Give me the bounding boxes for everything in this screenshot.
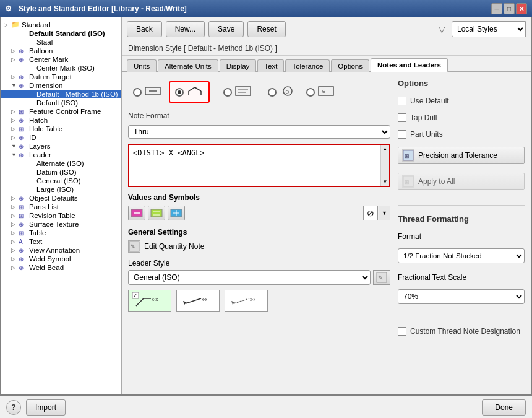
format-select[interactable]: 1/2 Fraction Not Stacked [398, 248, 525, 263]
tree-item-weld-bead[interactable]: ▷ ⊕ Weld Bead [1, 263, 121, 272]
symbol-btn-1[interactable] [128, 206, 145, 220]
precision-tolerance-button[interactable]: ⊞ Precision and Tolerance [398, 147, 525, 164]
reset-button[interactable]: Reset [247, 21, 285, 37]
tab-tolerance[interactable]: Tolerance [285, 59, 330, 72]
tree-item-revision-table[interactable]: ▷ ⊞ Revision Table [1, 211, 121, 220]
bottom-bar: ? Import Done [0, 396, 532, 418]
tree-item-layers[interactable]: ▼ ⊕ Layers [1, 142, 121, 150]
back-button[interactable]: Back [127, 21, 162, 37]
radio-option-3[interactable] [221, 82, 254, 102]
svg-text:✎: ✎ [131, 243, 135, 250]
tree-item-datum-iso[interactable]: Datum (ISO) [1, 168, 121, 176]
svg-rect-11 [319, 87, 333, 95]
right-panel: Back New... Save Reset ▽ Local Styles Di… [122, 17, 531, 394]
svg-line-2 [189, 87, 195, 91]
symbol-btn-2[interactable] [148, 206, 165, 220]
tree-item-table[interactable]: ▷ ⊞ Table [1, 229, 121, 237]
styles-select[interactable]: Local Styles [452, 21, 526, 37]
tree-item-surface-texture[interactable]: ▷ ⊕ Surface Texture [1, 220, 121, 229]
tab-text[interactable]: Text [257, 59, 284, 72]
use-default-label: Use Default [410, 97, 449, 105]
precision-tolerance-label: Precision and Tolerance [418, 151, 497, 160]
tree-item-hatch[interactable]: ▷ ⊕ Hatch [1, 116, 121, 124]
maximize-button[interactable]: □ [504, 3, 515, 14]
scroll-up-button[interactable]: ▲ [383, 145, 388, 153]
radio-option-1[interactable] [131, 82, 164, 102]
radio-option-4[interactable]: ⊙ [265, 82, 299, 102]
tab-notes-leaders[interactable]: Notes and Leaders [371, 58, 448, 72]
tree-item-balloon[interactable]: ▷ ⊕ Balloon [1, 46, 121, 55]
symbol-btn-3[interactable] [168, 206, 185, 220]
note-type-radio-group: ⊙ ⊕ [128, 79, 390, 105]
thread-section-label: Thread Formatting [398, 214, 525, 224]
tree-item-default-method[interactable]: Default - Method 1b (ISO) [1, 90, 121, 98]
tree-item-hole-table[interactable]: ▷ ⊞ Hole Table [1, 124, 121, 133]
tree-panel: ▷ 📁 Standard Default Standard (ISO) Staa… [1, 17, 122, 394]
tree-item-object-defaults[interactable]: ▷ ⊕ Object Defaults [1, 194, 121, 202]
svg-line-28 [186, 298, 201, 303]
tab-display[interactable]: Display [220, 59, 257, 72]
part-units-checkbox[interactable] [398, 130, 406, 139]
leader-opt-arrow-2[interactable]: x·x [225, 290, 268, 312]
note-format-label: Note Format [128, 111, 169, 120]
apply-to-all-button[interactable]: ⊞ Apply to All [398, 173, 525, 190]
frac-scale-select[interactable]: 70% [398, 289, 525, 304]
import-button[interactable]: Import [26, 399, 66, 416]
svg-line-31 [234, 298, 249, 303]
tree-item-weld-symbol[interactable]: ▷ ⊕ Weld Symbol [1, 255, 121, 263]
tree-item-id[interactable]: ▷ ⊕ ID [1, 133, 121, 142]
tree-item-leader[interactable]: ▼ ⊕ Leader [1, 150, 121, 159]
tree-item-view-annotation[interactable]: ▷ ⊕ View Annotation [1, 246, 121, 255]
help-button[interactable]: ? [6, 400, 21, 415]
values-symbols-label: Values and Symbols [128, 193, 390, 202]
tree-item-datum-target[interactable]: ▷ ⊕ Datum Target [1, 72, 121, 81]
minimize-button[interactable]: ─ [491, 3, 502, 14]
apply-icon: ⊞ [402, 175, 414, 188]
title-bar-icon: ⚙ [5, 4, 15, 14]
note-text-input[interactable]: <DIST1> X <ANGL> [129, 145, 380, 186]
tree-item-center-mark[interactable]: ▷ ⊕ Center Mark [1, 55, 121, 64]
note-format-select[interactable]: Thru [128, 125, 390, 139]
edit-qty-note-label: Edit Quantity Note [144, 242, 204, 251]
tree-item-default-iso[interactable]: Default (ISO) [1, 98, 121, 107]
use-default-checkbox[interactable] [398, 97, 406, 105]
custom-thread-label: Custom Thread Note Designation [410, 327, 520, 336]
save-button[interactable]: Save [208, 21, 244, 37]
new-button[interactable]: New... [166, 21, 205, 37]
leader-edit-button[interactable]: ✎ [373, 270, 390, 285]
tap-drill-checkbox[interactable] [398, 113, 406, 122]
done-button[interactable]: Done [482, 399, 526, 416]
tree-item-text[interactable]: ▷ A Text [1, 237, 121, 246]
symbol-dropdown-btn[interactable]: ▼ [379, 206, 390, 220]
leader-opt-arrow-1[interactable]: x·x [176, 290, 220, 312]
svg-text:⊞: ⊞ [405, 179, 410, 185]
leader-opt-checked[interactable]: x·x ✓ [128, 290, 171, 312]
tree-item-center-mark-iso[interactable]: Center Mark (ISO) [1, 64, 121, 72]
precision-icon: ⊞ [402, 149, 414, 162]
svg-rect-15 [151, 209, 162, 217]
tab-alternate-units[interactable]: Alternate Units [158, 59, 218, 72]
filter-icon: ▽ [439, 24, 445, 34]
format-label: Format [398, 232, 525, 241]
svg-line-3 [195, 87, 201, 91]
tree-item-default-standard[interactable]: Default Standard (ISO) [1, 29, 121, 38]
close-button[interactable]: ✕ [516, 3, 527, 14]
tree-item-parts-list[interactable]: ▷ ⊞ Parts List [1, 202, 121, 211]
radio-option-2[interactable] [169, 81, 210, 103]
svg-text:⊞: ⊞ [405, 153, 410, 159]
custom-thread-checkbox[interactable] [398, 327, 406, 336]
tree-item-feature-control[interactable]: ▷ ⊞ Feature Control Frame [1, 107, 121, 116]
radio-option-5[interactable]: ⊕ [304, 82, 337, 102]
scroll-down-button[interactable]: ▼ [383, 178, 388, 186]
tab-units[interactable]: Units [127, 59, 157, 72]
tree-item-staal[interactable]: Staal [1, 38, 121, 46]
leader-style-select[interactable]: General (ISO) [128, 270, 371, 285]
tree-item-large-iso[interactable]: Large (ISO) [1, 185, 121, 194]
tree-item-alternate-iso[interactable]: Alternate (ISO) [1, 159, 121, 168]
tab-options[interactable]: Options [331, 59, 369, 72]
tree-item-general-iso[interactable]: General (ISO) [1, 176, 121, 185]
tree-item-dimension[interactable]: ▼ ⊕ Dimension [1, 81, 121, 90]
svg-text:✓: ✓ [133, 292, 138, 298]
symbol-circle-display: ⊘ [363, 206, 378, 220]
tree-item-standard[interactable]: ▷ 📁 Standard [1, 20, 121, 29]
